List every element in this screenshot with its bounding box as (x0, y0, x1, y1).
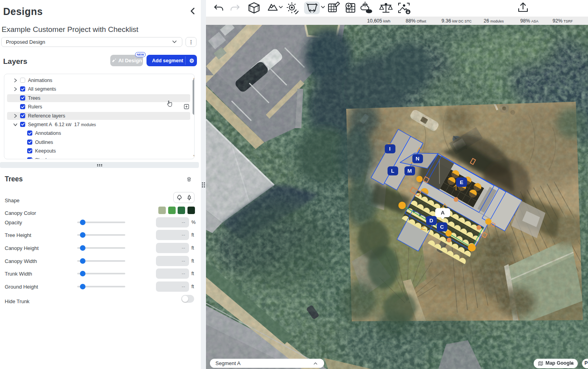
svg-text:E: E (460, 179, 463, 185)
svg-text:C: C (440, 224, 444, 230)
svg-text:L: L (391, 168, 394, 174)
svg-text:N: N (415, 156, 419, 162)
svg-text:D: D (429, 218, 433, 224)
svg-text:A: A (441, 210, 445, 216)
svg-text:I: I (389, 146, 391, 152)
svg-text:M: M (407, 168, 412, 174)
